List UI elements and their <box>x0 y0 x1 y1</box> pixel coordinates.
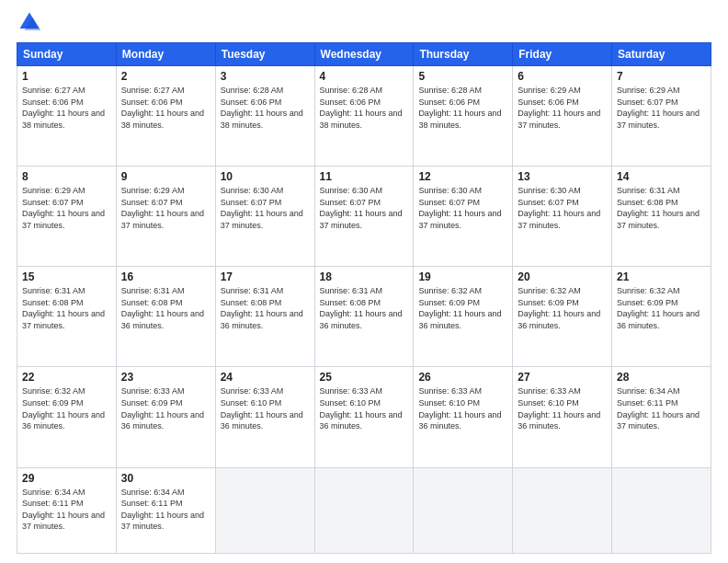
day-info: Sunrise: 6:34 AMSunset: 6:11 PMDaylight:… <box>617 386 700 431</box>
day-info: Sunrise: 6:29 AMSunset: 6:07 PMDaylight:… <box>617 86 700 130</box>
day-number: 4 <box>320 70 409 83</box>
day-number: 21 <box>617 270 706 283</box>
calendar-day-7: 7 Sunrise: 6:29 AMSunset: 6:07 PMDayligh… <box>612 66 711 167</box>
calendar-week-3: 15 Sunrise: 6:31 AMSunset: 6:08 PMDaylig… <box>17 267 711 367</box>
calendar-day-4: 4 Sunrise: 6:28 AMSunset: 6:06 PMDayligh… <box>314 66 414 167</box>
calendar-empty-cell <box>513 467 612 554</box>
day-number: 2 <box>121 70 210 83</box>
day-number: 5 <box>418 70 507 83</box>
calendar-day-19: 19 Sunrise: 6:32 AMSunset: 6:09 PMDaylig… <box>414 267 513 367</box>
day-number: 3 <box>221 70 310 83</box>
day-number: 20 <box>518 270 607 283</box>
day-number: 13 <box>518 170 607 183</box>
day-number: 1 <box>22 70 111 83</box>
calendar-day-15: 15 Sunrise: 6:31 AMSunset: 6:08 PMDaylig… <box>17 267 117 367</box>
calendar-week-1: 1 Sunrise: 6:27 AMSunset: 6:06 PMDayligh… <box>17 66 711 167</box>
day-info: Sunrise: 6:32 AMSunset: 6:09 PMDaylight:… <box>22 386 105 431</box>
day-info: Sunrise: 6:30 AMSunset: 6:07 PMDaylight:… <box>221 186 303 230</box>
day-info: Sunrise: 6:28 AMSunset: 6:06 PMDaylight:… <box>320 86 403 130</box>
calendar-day-16: 16 Sunrise: 6:31 AMSunset: 6:08 PMDaylig… <box>116 267 215 367</box>
weekday-header-saturday: Saturday <box>612 43 711 66</box>
day-number: 12 <box>418 170 507 183</box>
day-number: 24 <box>221 371 310 384</box>
calendar-day-29: 29 Sunrise: 6:34 AMSunset: 6:11 PMDaylig… <box>17 467 117 554</box>
weekday-header-sunday: Sunday <box>17 43 117 66</box>
day-info: Sunrise: 6:27 AMSunset: 6:06 PMDaylight:… <box>121 86 204 130</box>
day-info: Sunrise: 6:30 AMSunset: 6:07 PMDaylight:… <box>320 186 403 230</box>
calendar-day-13: 13 Sunrise: 6:30 AMSunset: 6:07 PMDaylig… <box>513 167 612 267</box>
calendar-day-12: 12 Sunrise: 6:30 AMSunset: 6:07 PMDaylig… <box>414 167 513 267</box>
calendar-empty-cell <box>215 467 314 554</box>
calendar-day-23: 23 Sunrise: 6:33 AMSunset: 6:09 PMDaylig… <box>116 367 215 467</box>
calendar-body: 1 Sunrise: 6:27 AMSunset: 6:06 PMDayligh… <box>17 66 711 554</box>
day-info: Sunrise: 6:31 AMSunset: 6:08 PMDaylight:… <box>320 286 403 330</box>
day-info: Sunrise: 6:32 AMSunset: 6:09 PMDaylight:… <box>617 286 700 330</box>
calendar-empty-cell <box>414 467 513 554</box>
day-number: 17 <box>221 270 310 283</box>
day-number: 28 <box>617 371 706 384</box>
calendar-day-10: 10 Sunrise: 6:30 AMSunset: 6:07 PMDaylig… <box>215 167 314 267</box>
weekday-header-tuesday: Tuesday <box>215 43 314 66</box>
weekday-header-wednesday: Wednesday <box>314 43 414 66</box>
day-number: 9 <box>121 170 210 183</box>
day-number: 6 <box>518 70 607 83</box>
calendar-day-9: 9 Sunrise: 6:29 AMSunset: 6:07 PMDayligh… <box>116 167 215 267</box>
calendar-table: SundayMondayTuesdayWednesdayThursdayFrid… <box>17 42 711 554</box>
day-info: Sunrise: 6:33 AMSunset: 6:09 PMDaylight:… <box>121 386 204 431</box>
calendar-day-20: 20 Sunrise: 6:32 AMSunset: 6:09 PMDaylig… <box>513 267 612 367</box>
day-info: Sunrise: 6:27 AMSunset: 6:06 PMDaylight:… <box>22 86 105 130</box>
day-info: Sunrise: 6:33 AMSunset: 6:10 PMDaylight:… <box>518 386 600 431</box>
day-info: Sunrise: 6:29 AMSunset: 6:07 PMDaylight:… <box>121 186 204 230</box>
calendar-empty-cell <box>612 467 711 554</box>
day-number: 7 <box>617 70 706 83</box>
weekday-header-friday: Friday <box>513 43 612 66</box>
day-info: Sunrise: 6:34 AMSunset: 6:11 PMDaylight:… <box>22 488 105 532</box>
calendar-day-14: 14 Sunrise: 6:31 AMSunset: 6:08 PMDaylig… <box>612 167 711 267</box>
day-number: 19 <box>418 270 507 283</box>
calendar-day-2: 2 Sunrise: 6:27 AMSunset: 6:06 PMDayligh… <box>116 66 215 167</box>
day-info: Sunrise: 6:31 AMSunset: 6:08 PMDaylight:… <box>617 186 700 230</box>
weekday-row: SundayMondayTuesdayWednesdayThursdayFrid… <box>17 43 711 66</box>
day-info: Sunrise: 6:33 AMSunset: 6:10 PMDaylight:… <box>418 386 501 431</box>
calendar-day-6: 6 Sunrise: 6:29 AMSunset: 6:06 PMDayligh… <box>513 66 612 167</box>
calendar-empty-cell <box>314 467 414 554</box>
day-info: Sunrise: 6:33 AMSunset: 6:10 PMDaylight:… <box>320 386 403 431</box>
day-number: 23 <box>121 371 210 384</box>
header <box>17 9 711 35</box>
calendar-day-27: 27 Sunrise: 6:33 AMSunset: 6:10 PMDaylig… <box>513 367 612 467</box>
calendar-day-22: 22 Sunrise: 6:32 AMSunset: 6:09 PMDaylig… <box>17 367 117 467</box>
day-info: Sunrise: 6:30 AMSunset: 6:07 PMDaylight:… <box>418 186 501 230</box>
day-number: 25 <box>320 371 409 384</box>
calendar-day-5: 5 Sunrise: 6:28 AMSunset: 6:06 PMDayligh… <box>414 66 513 167</box>
day-number: 16 <box>121 270 210 283</box>
day-info: Sunrise: 6:31 AMSunset: 6:08 PMDaylight:… <box>221 286 303 330</box>
day-number: 11 <box>320 170 409 183</box>
calendar-day-1: 1 Sunrise: 6:27 AMSunset: 6:06 PMDayligh… <box>17 66 117 167</box>
day-info: Sunrise: 6:31 AMSunset: 6:08 PMDaylight:… <box>22 286 105 330</box>
calendar-day-26: 26 Sunrise: 6:33 AMSunset: 6:10 PMDaylig… <box>414 367 513 467</box>
day-info: Sunrise: 6:28 AMSunset: 6:06 PMDaylight:… <box>418 86 501 130</box>
day-number: 10 <box>221 170 310 183</box>
day-info: Sunrise: 6:33 AMSunset: 6:10 PMDaylight:… <box>221 386 303 431</box>
weekday-header-thursday: Thursday <box>414 43 513 66</box>
logo-icon <box>17 9 42 35</box>
calendar-day-28: 28 Sunrise: 6:34 AMSunset: 6:11 PMDaylig… <box>612 367 711 467</box>
day-number: 14 <box>617 170 706 183</box>
day-info: Sunrise: 6:28 AMSunset: 6:06 PMDaylight:… <box>221 86 303 130</box>
calendar-day-8: 8 Sunrise: 6:29 AMSunset: 6:07 PMDayligh… <box>17 167 117 267</box>
day-number: 30 <box>121 472 210 485</box>
calendar-week-4: 22 Sunrise: 6:32 AMSunset: 6:09 PMDaylig… <box>17 367 711 467</box>
day-info: Sunrise: 6:29 AMSunset: 6:07 PMDaylight:… <box>22 186 105 230</box>
day-number: 22 <box>22 371 111 384</box>
day-info: Sunrise: 6:31 AMSunset: 6:08 PMDaylight:… <box>121 286 204 330</box>
calendar-week-5: 29 Sunrise: 6:34 AMSunset: 6:11 PMDaylig… <box>17 467 711 554</box>
calendar-day-3: 3 Sunrise: 6:28 AMSunset: 6:06 PMDayligh… <box>215 66 314 167</box>
day-info: Sunrise: 6:34 AMSunset: 6:11 PMDaylight:… <box>121 488 204 532</box>
calendar-day-25: 25 Sunrise: 6:33 AMSunset: 6:10 PMDaylig… <box>314 367 414 467</box>
calendar-day-30: 30 Sunrise: 6:34 AMSunset: 6:11 PMDaylig… <box>116 467 215 554</box>
day-info: Sunrise: 6:30 AMSunset: 6:07 PMDaylight:… <box>518 186 600 230</box>
calendar-day-18: 18 Sunrise: 6:31 AMSunset: 6:08 PMDaylig… <box>314 267 414 367</box>
calendar-day-17: 17 Sunrise: 6:31 AMSunset: 6:08 PMDaylig… <box>215 267 314 367</box>
calendar-day-11: 11 Sunrise: 6:30 AMSunset: 6:07 PMDaylig… <box>314 167 414 267</box>
calendar-week-2: 8 Sunrise: 6:29 AMSunset: 6:07 PMDayligh… <box>17 167 711 267</box>
